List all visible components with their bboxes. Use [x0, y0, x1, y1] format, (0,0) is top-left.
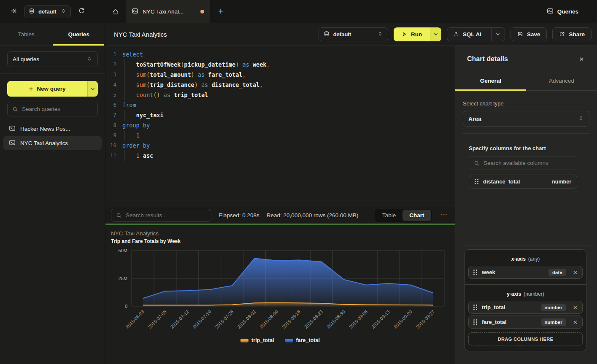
- close-icon[interactable]: ✕: [579, 56, 584, 62]
- elapsed-time: Elapsed: 0.208s: [219, 212, 259, 218]
- plus-icon: +: [29, 85, 33, 93]
- search-columns-input[interactable]: [484, 160, 572, 166]
- search-queries-input[interactable]: [22, 106, 93, 112]
- terminal-icon: [9, 139, 16, 147]
- view-toggle-chart[interactable]: Chart: [403, 210, 431, 221]
- panel-title: Chart details: [467, 55, 508, 63]
- share-button[interactable]: Share: [552, 27, 592, 41]
- code-text: group by: [122, 120, 150, 130]
- divider: [462, 133, 590, 134]
- line-number: 2: [105, 59, 116, 70]
- terminal-icon: [547, 8, 554, 16]
- code-text: select: [122, 49, 143, 59]
- query-item-label: Hacker News Pos...: [20, 126, 70, 132]
- code-text: 1 asc: [122, 151, 153, 161]
- search-icon: [474, 160, 480, 166]
- queries-button[interactable]: Queries: [547, 8, 578, 16]
- sql-ai-split-button: SQL AI: [447, 27, 505, 41]
- drag-handle-icon[interactable]: [473, 319, 477, 325]
- tab-general[interactable]: General: [455, 71, 526, 90]
- y-axis-header: y-axis (number): [468, 291, 583, 297]
- line-number: 11: [105, 151, 116, 161]
- column-type: number: [552, 179, 571, 185]
- results-bar: Elapsed: 0.208s Read: 20,000,000 rows (2…: [105, 207, 455, 224]
- chart-type-select[interactable]: Area: [463, 111, 589, 127]
- share-icon: [559, 31, 565, 37]
- y-axis-hint: (number): [524, 291, 544, 297]
- home-icon: [112, 8, 119, 15]
- unsaved-dot: [200, 10, 204, 13]
- panel-header: Chart details ✕: [455, 46, 597, 71]
- chevron-down-icon: [495, 31, 501, 37]
- drag-handle-icon[interactable]: [473, 270, 477, 275]
- x-axis-chips: weekdate✕: [468, 266, 583, 279]
- code-text: nyc_taxi: [122, 110, 164, 120]
- query-list-item[interactable]: Hacker News Pos...: [3, 122, 102, 136]
- chip-type-badge: date: [548, 269, 566, 276]
- query-filter-value: All queries: [13, 56, 39, 62]
- editor-line: 3 sum(total_amount) as fare_total,: [105, 70, 455, 80]
- more-options-icon[interactable]: ⋯: [439, 210, 450, 221]
- chart-type-value: Area: [468, 116, 481, 122]
- tab-tables[interactable]: Tables: [0, 23, 53, 45]
- database-selector-header[interactable]: default: [319, 27, 388, 41]
- code-text: order by: [122, 140, 150, 151]
- chevron-updown-icon: [377, 31, 383, 38]
- remove-icon[interactable]: ✕: [571, 319, 578, 326]
- editor-line: 7 nyc_taxi: [105, 110, 455, 120]
- run-button[interactable]: Run: [394, 27, 430, 41]
- line-number: 5: [105, 90, 116, 100]
- tab-advanced[interactable]: Advanced: [526, 71, 597, 90]
- available-column-distance-total[interactable]: distance_total number: [469, 175, 577, 189]
- chip-name: trip_total: [482, 304, 505, 310]
- axis-chip-trip_total[interactable]: trip_totalnumber✕: [468, 301, 583, 314]
- editor-line: 5 count() as trip_total: [105, 90, 455, 100]
- tab-general-label: General: [480, 78, 501, 84]
- refresh-icon[interactable]: [78, 8, 85, 16]
- chart-legend: trip_totalfare_total: [105, 337, 455, 343]
- main-area: 1select2 toStartOfWeek(pickup_datetime) …: [105, 46, 455, 364]
- new-query-button[interactable]: + New query: [7, 81, 87, 97]
- axis-chip-fare_total[interactable]: fare_totalnumber✕: [468, 315, 583, 329]
- sql-ai-button[interactable]: SQL AI: [447, 31, 487, 38]
- collapse-sidebar-icon[interactable]: [10, 8, 17, 16]
- tab-home[interactable]: [105, 0, 126, 23]
- query-filter-select[interactable]: All queries: [7, 51, 98, 67]
- sidebar-body: All queries + New query Hacker News Po: [0, 46, 105, 150]
- drag-handle-icon[interactable]: [473, 305, 477, 310]
- view-toggle-table[interactable]: Table: [375, 210, 403, 221]
- query-list-item[interactable]: NYC Taxi Analytics: [3, 136, 102, 150]
- svg-text:2015-09-06: 2015-09-06: [348, 309, 368, 329]
- svg-text:2015-09-20: 2015-09-20: [393, 309, 413, 329]
- legend-item-fare_total[interactable]: fare_total: [285, 337, 320, 343]
- axis-chip-week[interactable]: weekdate✕: [468, 266, 583, 279]
- lower-area: 1select2 toStartOfWeek(pickup_datetime) …: [105, 46, 597, 364]
- remove-icon[interactable]: ✕: [571, 269, 578, 276]
- drag-handle-icon[interactable]: [475, 179, 478, 184]
- run-dropdown[interactable]: [430, 27, 441, 41]
- tab-strip: NYC Taxi Anal... +: [105, 0, 547, 23]
- y-axis-chips: trip_totalnumber✕fare_totalnumber✕: [468, 301, 583, 329]
- drop-zone[interactable]: DRAG COLUMNS HERE: [468, 332, 583, 345]
- legend-item-trip_total[interactable]: trip_total: [240, 337, 274, 343]
- database-selector-topbar[interactable]: default: [24, 5, 71, 18]
- tab-nyc-taxi-analytics[interactable]: NYC Taxi Anal...: [126, 0, 210, 23]
- line-number: 1: [105, 49, 116, 59]
- new-query-dropdown[interactable]: [87, 81, 98, 97]
- line-number: 3: [105, 70, 116, 80]
- new-tab-button[interactable]: +: [210, 0, 231, 23]
- tab-title: NYC Taxi Anal...: [143, 8, 184, 15]
- divider: [462, 245, 590, 245]
- sql-ai-dropdown[interactable]: [491, 28, 505, 41]
- panel-tabs: General Advanced: [455, 71, 597, 91]
- database-selector-value: default: [333, 31, 351, 38]
- save-button[interactable]: Save: [511, 27, 547, 41]
- tab-queries[interactable]: Queries: [53, 23, 105, 45]
- svg-text:2015-08-16: 2015-08-16: [281, 309, 301, 329]
- query-list: Hacker News Pos...NYC Taxi Analytics: [0, 122, 105, 150]
- search-results-input[interactable]: [126, 212, 206, 218]
- remove-icon[interactable]: ✕: [571, 304, 578, 311]
- sql-editor[interactable]: 1select2 toStartOfWeek(pickup_datetime) …: [105, 46, 455, 207]
- svg-text:25M: 25M: [119, 276, 127, 281]
- axis-config: x-axis (any) weekdate✕ y-axis (number) t…: [465, 249, 586, 351]
